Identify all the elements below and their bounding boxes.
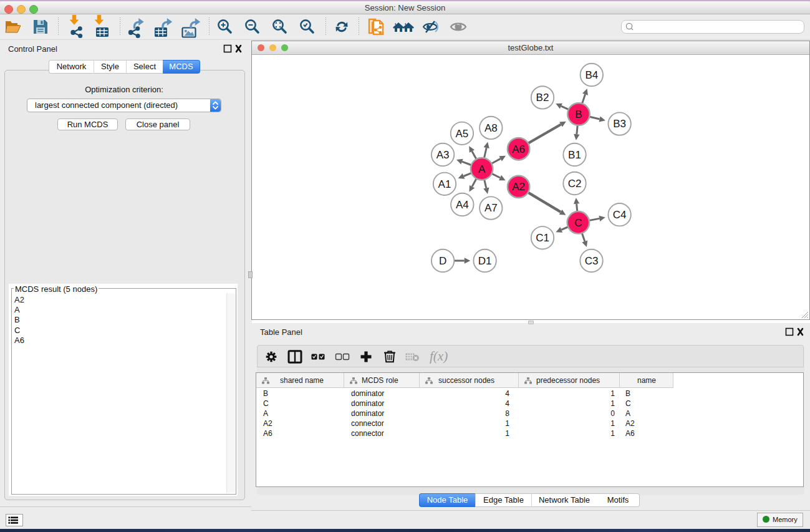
svg-text:A7: A7 xyxy=(485,202,498,214)
svg-text:A2: A2 xyxy=(512,181,525,193)
svg-text:B2: B2 xyxy=(536,92,549,104)
svg-text:C2: C2 xyxy=(568,178,582,190)
svg-text:D: D xyxy=(439,255,446,267)
svg-text:B3: B3 xyxy=(613,118,626,130)
svg-text:A8: A8 xyxy=(485,122,498,134)
svg-text:D1: D1 xyxy=(478,255,492,267)
svg-text:C: C xyxy=(574,217,582,229)
svg-text:B4: B4 xyxy=(585,69,598,81)
svg-text:B: B xyxy=(575,109,582,120)
svg-text:A3: A3 xyxy=(436,149,450,161)
svg-text:C3: C3 xyxy=(585,255,599,267)
svg-text:A4: A4 xyxy=(456,199,469,211)
svg-text:A5: A5 xyxy=(456,128,469,140)
svg-text:A1: A1 xyxy=(438,178,451,190)
svg-text:C4: C4 xyxy=(613,209,627,221)
svg-text:A6: A6 xyxy=(512,143,525,155)
svg-text:A: A xyxy=(478,163,486,175)
svg-text:C1: C1 xyxy=(536,232,549,244)
svg-text:B1: B1 xyxy=(568,149,581,161)
